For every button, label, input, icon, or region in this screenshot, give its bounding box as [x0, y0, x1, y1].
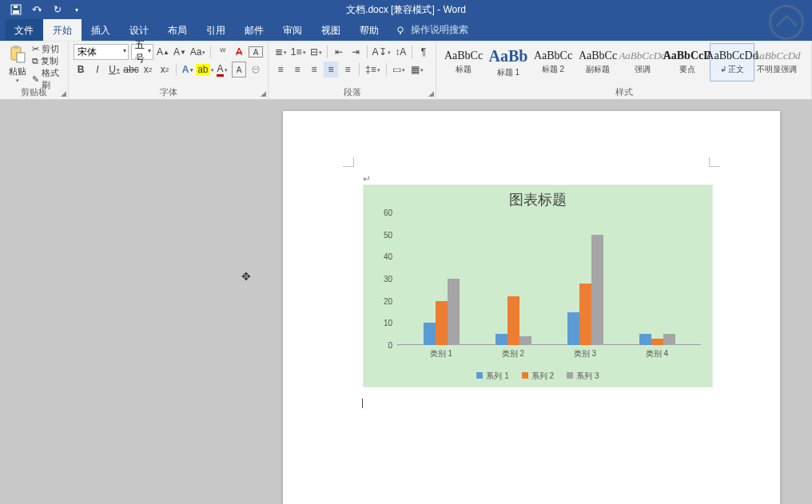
style-item-1[interactable]: AaBb标题 1 — [486, 43, 531, 81]
grow-font-icon[interactable]: A▲ — [156, 44, 170, 60]
group-font: 宋体▾ 五号▾ A▲ A▼ Aa▾ ᵂ A̶ A B I U▾ abc x2 x… — [69, 42, 269, 99]
italic-button[interactable]: I — [90, 62, 105, 77]
chart-y-tick: 60 — [384, 208, 392, 217]
align-center-icon[interactable]: ≡ — [290, 62, 304, 77]
align-right-icon[interactable]: ≡ — [307, 62, 321, 77]
text-effects-icon[interactable]: A▾ — [181, 62, 195, 77]
superscript-button[interactable]: x2 — [157, 62, 172, 77]
distributed-icon[interactable]: ≡ — [340, 62, 355, 77]
char-shading-icon[interactable]: A — [232, 62, 246, 77]
group-clipboard-label: 剪贴板 — [0, 86, 68, 98]
decrease-indent-icon[interactable]: ⇤ — [332, 44, 346, 60]
tab-insert[interactable]: 插入 — [82, 19, 120, 41]
shrink-font-icon[interactable]: A▼ — [173, 44, 187, 60]
highlight-icon[interactable]: ab▾ — [197, 62, 213, 77]
tell-me-label: 操作说明搜索 — [411, 23, 468, 37]
clear-format-icon[interactable]: A̶ — [232, 44, 246, 60]
shading-icon[interactable]: ▭▾ — [391, 62, 407, 77]
paste-button[interactable]: 粘贴 ▾ — [5, 43, 30, 81]
qat-more-icon[interactable]: ▾ — [69, 2, 85, 18]
paste-label: 粘贴 — [9, 65, 26, 77]
tab-references[interactable]: 引用 — [197, 19, 235, 41]
bold-button[interactable]: B — [74, 62, 88, 77]
chart-legend-item[interactable]: 系列 1 — [476, 371, 508, 382]
chart-y-tick: 10 — [384, 319, 392, 327]
chart-legend-item[interactable]: 系列 2 — [522, 371, 554, 382]
document-page[interactable]: ↵ 图表标题 0102030405060 类别 1类别 2类别 3类别 4 系列… — [283, 111, 780, 504]
align-justify-icon[interactable]: ≡ — [324, 62, 338, 77]
chart-bar[interactable] — [424, 323, 436, 345]
cut-button[interactable]: ✂剪切 — [32, 43, 63, 55]
tab-home[interactable]: 开始 — [43, 19, 82, 41]
tab-design[interactable]: 设计 — [120, 19, 158, 41]
style-item-7[interactable]: AaBbCcDd不明显强调 — [754, 43, 799, 81]
enclose-char-icon[interactable]: A — [249, 46, 263, 58]
chart-y-tick: 30 — [384, 275, 392, 284]
style-item-4[interactable]: AaBbCcDd强调 — [620, 43, 665, 81]
chart-title[interactable]: 图表标题 — [364, 185, 712, 209]
font-name-box[interactable]: 宋体▾ — [74, 44, 129, 60]
document-canvas[interactable]: ↵ 图表标题 0102030405060 类别 1类别 2类别 3类别 4 系列… — [0, 100, 812, 504]
sort-icon[interactable]: A↧▾ — [372, 44, 391, 60]
tell-me[interactable]: 操作说明搜索 — [395, 19, 468, 41]
paragraph-launcher-icon[interactable]: ◢ — [428, 89, 434, 97]
chart-bar[interactable] — [591, 235, 603, 345]
char-border-icon[interactable]: ㊀ — [249, 62, 263, 77]
style-item-6[interactable]: AaBbCcDd↲ 正文 — [710, 43, 754, 81]
font-color-icon[interactable]: A▾ — [215, 62, 229, 77]
chart-bar[interactable] — [496, 334, 508, 345]
style-name: 副标题 — [586, 64, 610, 75]
quick-access-toolbar: ↶▾ ↻ ▾ — [0, 2, 85, 18]
bullets-icon[interactable]: ≣▾ — [273, 44, 288, 60]
save-icon[interactable] — [8, 2, 24, 18]
chart-bar[interactable] — [519, 336, 531, 345]
tab-layout[interactable]: 布局 — [158, 19, 197, 41]
chart-bar[interactable] — [448, 279, 460, 345]
clipboard-launcher-icon[interactable]: ◢ — [61, 89, 66, 97]
style-preview: AaBbCcDd — [619, 50, 666, 62]
undo-icon[interactable]: ↶▾ — [29, 2, 45, 18]
chart-legend-item[interactable]: 系列 3 — [567, 371, 599, 382]
chart-bar[interactable] — [579, 284, 591, 345]
style-item-2[interactable]: AaBbCc标题 2 — [531, 43, 575, 81]
tab-file[interactable]: 文件 — [5, 19, 43, 41]
chart-legend[interactable]: 系列 1系列 2系列 3 — [364, 371, 712, 382]
line-spacing-icon[interactable]: ‡≡▾ — [364, 62, 382, 77]
strikethrough-button[interactable]: abc — [124, 62, 138, 77]
tab-view[interactable]: 视图 — [312, 19, 350, 41]
chart-bar[interactable] — [663, 334, 675, 345]
style-item-3[interactable]: AaBbCc副标题 — [575, 43, 620, 81]
chart-bar[interactable] — [436, 301, 448, 345]
numbering-icon[interactable]: 1≡▾ — [290, 44, 306, 60]
phonetic-guide-icon[interactable]: ᵂ — [215, 44, 229, 60]
title-bar: ↶▾ ↻ ▾ 文档.docx [兼容模式] - Word — [0, 0, 812, 19]
text-cursor: | — [361, 397, 364, 408]
style-preview: AaBbCcDd — [706, 50, 758, 62]
tab-mailings[interactable]: 邮件 — [235, 19, 273, 41]
borders-icon[interactable]: ▦▾ — [409, 62, 425, 77]
cut-label: 剪切 — [42, 43, 59, 55]
chart-bar[interactable] — [508, 296, 519, 345]
change-case-icon[interactable]: Aa▾ — [189, 44, 206, 60]
show-marks-icon[interactable]: ¶ — [416, 44, 431, 60]
multilevel-icon[interactable]: ⊟▾ — [308, 44, 323, 60]
chart-object[interactable]: 图表标题 0102030405060 类别 1类别 2类别 3类别 4 系列 1… — [363, 185, 713, 387]
chart-bar[interactable] — [639, 334, 651, 345]
text-direction-icon[interactable]: ↕A — [393, 44, 408, 60]
underline-button[interactable]: U▾ — [107, 62, 121, 77]
chart-bar[interactable] — [567, 312, 579, 346]
font-launcher-icon[interactable]: ◢ — [261, 89, 266, 97]
margin-corner-tl — [343, 157, 354, 167]
copy-button[interactable]: ⧉复制 — [32, 55, 63, 67]
styles-gallery[interactable]: AaBbCc标题AaBb标题 1AaBbCc标题 2AaBbCc副标题AaBbC… — [441, 43, 806, 83]
align-left-icon[interactable]: ≡ — [273, 62, 288, 77]
style-item-5[interactable]: AaBbCcD要点 — [665, 43, 710, 81]
chart-bar[interactable] — [651, 339, 663, 345]
redo-icon[interactable]: ↻ — [50, 2, 66, 18]
subscript-button[interactable]: x2 — [141, 62, 155, 77]
style-item-0[interactable]: AaBbCc标题 — [441, 43, 486, 81]
tab-help[interactable]: 帮助 — [350, 19, 388, 41]
tab-review[interactable]: 审阅 — [273, 19, 312, 41]
increase-indent-icon[interactable]: ⇥ — [348, 44, 363, 60]
font-size-box[interactable]: 五号▾ — [131, 44, 153, 60]
